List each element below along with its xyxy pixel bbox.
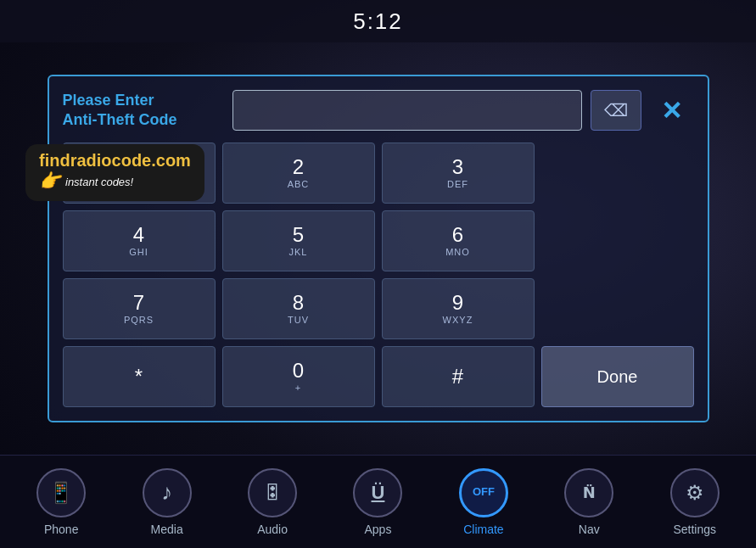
key-0[interactable]: 0 +: [222, 346, 375, 407]
empty-cell-1: [541, 143, 694, 204]
nav-item-audio[interactable]: 🎛 Audio: [234, 468, 311, 536]
phone-icon: 📱: [48, 481, 74, 505]
done-label: Done: [597, 367, 638, 387]
time-display: 5:12: [353, 8, 403, 35]
key-6[interactable]: 6 MNO: [382, 210, 535, 271]
watermark-tagline: 👉 instant codes!: [39, 171, 191, 193]
climate-off-label: OFF: [473, 486, 495, 498]
dialog-panel: Please Enter Anti-Theft Code ⌫ ✕ 1 2 ABC: [48, 75, 709, 422]
key-star[interactable]: *: [63, 346, 216, 407]
key-5[interactable]: 5 JKL: [222, 210, 375, 271]
prompt-label: Please Enter Anti-Theft Code: [63, 91, 224, 131]
nav-item-climate[interactable]: OFF Climate: [445, 468, 522, 536]
code-input[interactable]: [232, 90, 582, 131]
media-icon-circle: ♪: [143, 468, 192, 517]
apps-icon: Ü: [372, 482, 385, 504]
nav-item-media[interactable]: ♪ Media: [129, 468, 205, 536]
nav-icon: N̈: [583, 484, 596, 502]
media-label: Media: [151, 523, 183, 536]
key-4[interactable]: 4 GHI: [63, 210, 216, 271]
media-icon: ♪: [161, 479, 172, 506]
nav-item-settings[interactable]: ⚙ Settings: [657, 468, 733, 536]
climate-icon-circle: OFF: [459, 468, 508, 517]
key-7[interactable]: 7 PQRS: [63, 278, 216, 339]
nav-item-nav[interactable]: N̈ Nav: [551, 468, 627, 536]
apps-label: Apps: [365, 523, 392, 536]
watermark-url: findradiocode.com: [39, 151, 191, 171]
key-hash[interactable]: #: [382, 346, 535, 407]
nav-label-text: Nav: [579, 523, 600, 536]
close-button[interactable]: ✕: [650, 90, 694, 131]
phone-icon-circle: 📱: [36, 468, 86, 517]
key-3[interactable]: 3 DEF: [382, 143, 535, 204]
main-area: Please Enter Anti-Theft Code ⌫ ✕ 1 2 ABC: [0, 42, 756, 455]
close-icon: ✕: [661, 96, 682, 126]
done-button[interactable]: Done: [541, 346, 694, 407]
top-row: Please Enter Anti-Theft Code ⌫ ✕: [63, 90, 694, 131]
nav-item-apps[interactable]: Ü Apps: [339, 468, 416, 536]
bottom-nav: 📱 Phone ♪ Media 🎛 Audio Ü Apps OFF Clima…: [0, 455, 756, 548]
audio-icon-circle: 🎛: [248, 468, 297, 517]
key-9[interactable]: 9 WXYZ: [382, 278, 535, 339]
empty-cell-3: [541, 278, 694, 339]
time-bar: 5:12: [0, 0, 756, 42]
apps-icon-circle: Ü: [353, 468, 402, 517]
backspace-icon: ⌫: [604, 100, 628, 120]
key-8[interactable]: 8 TUV: [222, 278, 375, 339]
empty-cell-2: [541, 210, 694, 271]
audio-label: Audio: [257, 523, 288, 536]
nav-item-phone[interactable]: 📱 Phone: [23, 468, 99, 536]
settings-label: Settings: [673, 523, 716, 536]
settings-icon-circle: ⚙: [670, 468, 720, 517]
climate-label: Climate: [463, 523, 503, 536]
watermark: findradiocode.com 👉 instant codes!: [25, 144, 204, 201]
backspace-button[interactable]: ⌫: [591, 90, 641, 131]
hand-icon: 👉: [37, 169, 64, 194]
key-2[interactable]: 2 ABC: [222, 143, 375, 204]
nav-icon-circle: N̈: [564, 468, 613, 517]
audio-icon: 🎛: [263, 482, 282, 504]
phone-label: Phone: [44, 523, 78, 536]
settings-icon: ⚙: [686, 481, 704, 505]
